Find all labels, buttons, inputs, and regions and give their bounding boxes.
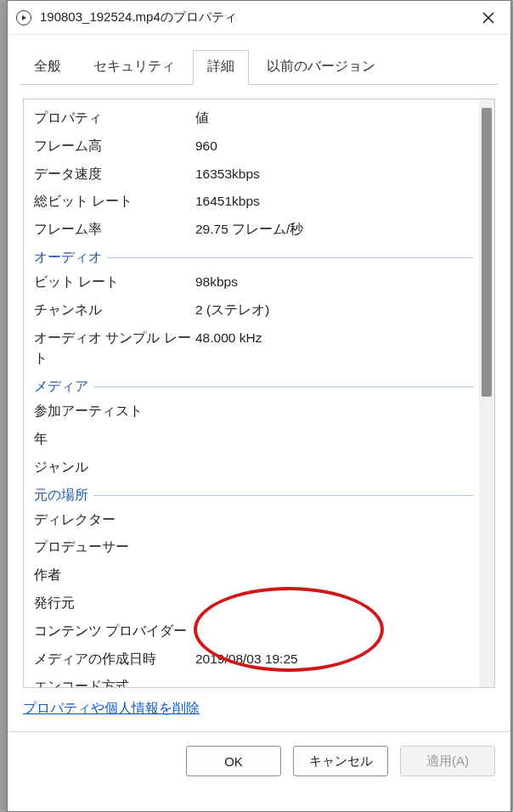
prop-label: オーディオ サンプル レート [34, 328, 195, 370]
ok-button[interactable]: OK [186, 746, 281, 776]
list-item[interactable]: 発行元 [24, 589, 479, 617]
prop-label: コンテンツ プロバイダー [34, 621, 195, 642]
properties-dialog: 190803_192524.mp4のプロパティ 全般 セキュリティ 詳細 以前の… [7, 0, 511, 812]
section-media: メディア [34, 378, 479, 396]
prop-value: 29.75 フレーム/秒 [195, 219, 479, 240]
property-list[interactable]: プロパティ 値 フレーム高 960 データ速度 16353kbps 総ビット レ… [24, 99, 494, 687]
prop-value: 16353kbps [195, 164, 479, 185]
list-item[interactable]: コンテンツ プロバイダー [24, 617, 479, 646]
prop-value: 98kbps [195, 272, 479, 293]
prop-label: プロデューサー [34, 537, 195, 558]
cancel-button[interactable]: キャンセル [293, 746, 388, 776]
prop-value: 48.000 kHz [195, 328, 479, 370]
list-item[interactable]: フレーム高 960 [24, 133, 479, 161]
apply-button[interactable]: 適用(A) [400, 746, 495, 776]
tab-general[interactable]: 全般 [20, 50, 76, 85]
list-item[interactable]: ビット レート 98kbps [24, 268, 479, 296]
tab-details[interactable]: 詳細 [193, 50, 249, 85]
prop-label: メディアの作成日時 [34, 649, 195, 670]
section-label: 元の場所 [34, 487, 88, 505]
remove-properties-link-row: プロパティや個人情報を削除 [23, 700, 495, 718]
section-label: オーディオ [34, 249, 102, 267]
list-item[interactable]: エンコード方式 [24, 673, 479, 687]
list-item[interactable]: ジャンル [24, 454, 479, 482]
prop-value: 16451kbps [195, 191, 479, 212]
scrollbar[interactable] [479, 99, 494, 687]
list-item[interactable]: プロデューサー [24, 533, 479, 561]
remove-properties-link[interactable]: プロパティや個人情報を削除 [23, 701, 200, 715]
section-audio: オーディオ [34, 249, 479, 267]
section-label: メディア [34, 378, 88, 396]
list-item[interactable]: ディレクター [24, 506, 479, 534]
list-item[interactable]: チャンネル 2 (ステレオ) [24, 296, 479, 324]
prop-value [195, 457, 479, 478]
prop-value [195, 676, 479, 687]
tab-previous-versions[interactable]: 以前のバージョン [252, 50, 390, 85]
close-icon [482, 12, 494, 24]
dialog-buttons: OK キャンセル 適用(A) [8, 732, 510, 792]
prop-value [195, 510, 479, 531]
prop-label: 総ビット レート [34, 191, 195, 212]
window-title: 190803_192524.mp4のプロパティ [40, 9, 470, 25]
header-property: プロパティ [34, 108, 195, 129]
tab-security[interactable]: セキュリティ [79, 50, 189, 85]
scrollbar-thumb[interactable] [482, 108, 492, 397]
prop-label: データ速度 [34, 164, 195, 185]
prop-label: ディレクター [34, 510, 195, 531]
prop-label: エンコード方式 [34, 676, 195, 687]
list-item[interactable]: フレーム率 29.75 フレーム/秒 [24, 216, 479, 244]
close-button[interactable] [470, 4, 507, 31]
prop-value: 2019/08/03 19:25 [195, 649, 479, 670]
titlebar: 190803_192524.mp4のプロパティ [8, 1, 510, 35]
prop-label: ジャンル [34, 457, 195, 478]
prop-value [195, 401, 479, 422]
prop-label: フレーム率 [34, 219, 195, 240]
list-item[interactable]: 作者 [24, 561, 479, 589]
list-item[interactable]: オーディオ サンプル レート 48.000 kHz [24, 324, 479, 374]
prop-label: 作者 [34, 565, 195, 586]
prop-value [195, 621, 479, 642]
prop-label: フレーム高 [34, 136, 195, 157]
prop-value [195, 429, 479, 450]
list-item[interactable]: 総ビット レート 16451kbps [24, 188, 479, 216]
prop-value [195, 565, 479, 586]
list-item[interactable]: 参加アーティスト [24, 398, 479, 426]
column-headers: プロパティ 値 [24, 104, 479, 133]
prop-label: チャンネル [34, 300, 195, 321]
list-item[interactable]: データ速度 16353kbps [24, 161, 479, 189]
list-item[interactable]: 年 [24, 426, 479, 454]
list-item[interactable]: メディアの作成日時 2019/08/03 19:25 [24, 646, 479, 674]
header-value: 値 [195, 108, 479, 129]
prop-label: 発行元 [34, 593, 195, 614]
prop-value: 960 [195, 136, 479, 157]
details-panel: プロパティ 値 フレーム高 960 データ速度 16353kbps 総ビット レ… [23, 99, 495, 688]
prop-label: 参加アーティスト [34, 401, 195, 422]
tab-strip: 全般 セキュリティ 詳細 以前のバージョン [8, 35, 510, 85]
prop-value [195, 593, 479, 614]
prop-value [195, 537, 479, 558]
prop-label: 年 [34, 429, 195, 450]
prop-label: ビット レート [34, 272, 195, 293]
prop-value: 2 (ステレオ) [195, 300, 479, 321]
video-file-icon [16, 10, 31, 25]
section-origin: 元の場所 [34, 487, 479, 505]
